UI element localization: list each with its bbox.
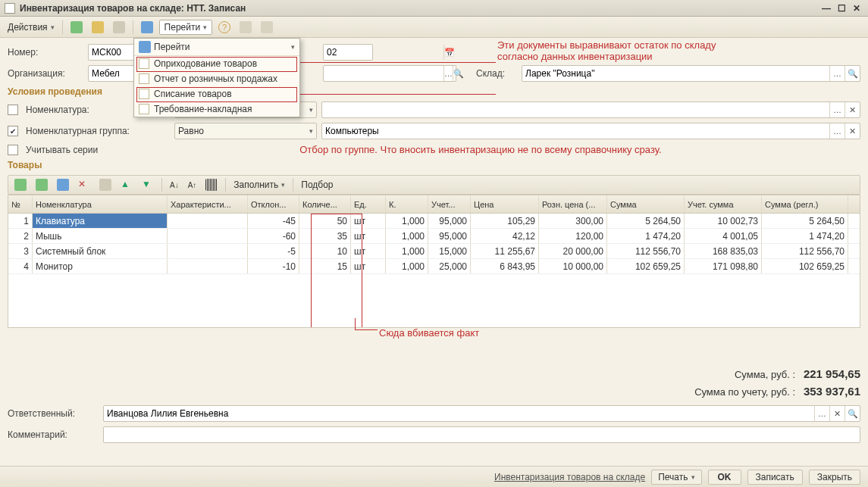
dropdown-item-trebovanie[interactable]: Требование-накладная [134, 101, 299, 117]
cell-sum: 1 474,20 [607, 229, 685, 243]
sort-desc-icon[interactable]: A↑ [185, 180, 200, 191]
series-checkbox[interactable] [8, 145, 18, 155]
goto-menu-button[interactable]: Перейти [159, 20, 213, 35]
actions-menu[interactable]: Действия [5, 20, 58, 34]
group-checkbox[interactable]: ✔ [8, 126, 18, 136]
table-row[interactable]: 4Монитор-1015шт1,00025,0006 843,9510 000… [8, 259, 860, 274]
table-row[interactable]: 3Системный блок-510шт1,00015,00011 255,6… [8, 244, 860, 259]
dropdown-item-spisanie[interactable]: Списание товаров [134, 86, 299, 101]
cell-unit: шт [351, 214, 386, 228]
cell-quantity[interactable]: 35 [299, 229, 351, 243]
dropdown-item-oprihodovanie[interactable]: Оприходование товаров [134, 56, 299, 71]
dropdown-item-otchet[interactable]: Отчет о розничных продажах [134, 71, 299, 86]
clear-icon[interactable]: ✕ [844, 123, 860, 139]
responsible-input[interactable] [104, 406, 814, 421]
cell-quantity[interactable]: 15 [299, 259, 351, 273]
col-characteristic[interactable]: Характеристи... [168, 195, 248, 213]
org-full-input[interactable] [324, 66, 443, 81]
close-button[interactable]: ✕ [850, 2, 863, 14]
col-sum[interactable]: Сумма [607, 195, 685, 213]
toolbar-struct-icon[interactable] [237, 20, 255, 35]
print-button[interactable]: Печать [651, 470, 701, 485]
cell-asum: 4 001,05 [685, 229, 762, 243]
row-add-icon[interactable] [11, 177, 30, 192]
sklad-label: Склад: [476, 68, 517, 79]
row-down-icon[interactable]: ▼ [139, 177, 157, 192]
save-button[interactable]: Записать [747, 470, 803, 485]
goto-dropdown-head[interactable]: Перейти ▾ [134, 39, 299, 56]
goods-grid: № Номенклатура Характеристи... Отклон...… [8, 195, 860, 328]
toolbar-help-icon[interactable]: ? [215, 20, 233, 35]
clear-icon[interactable]: ✕ [844, 102, 860, 117]
col-k[interactable]: К. [386, 195, 428, 213]
col-account-sum[interactable]: Учет. сумма [685, 195, 762, 213]
maximize-button[interactable]: ☐ [835, 2, 848, 14]
cell-n: 4 [8, 259, 33, 273]
search-icon[interactable]: 🔍 [844, 406, 860, 421]
col-quantity[interactable]: Количе... [299, 195, 351, 213]
cell-retail: 10 000,00 [539, 259, 607, 273]
barcode-icon[interactable] [202, 177, 221, 192]
minimize-button[interactable]: — [819, 2, 833, 14]
row-delete-icon[interactable]: ✕ [75, 177, 93, 192]
toolbar-list-icon[interactable] [258, 20, 276, 35]
toolbar-new-icon[interactable] [89, 20, 107, 35]
col-n[interactable]: № [8, 195, 33, 213]
toolbar-nav-icon[interactable] [138, 20, 156, 35]
group-label: Номенклатурная группа: [26, 126, 170, 136]
sklad-input[interactable] [522, 66, 829, 81]
ellipsis-icon[interactable]: … [829, 123, 844, 139]
select-button[interactable]: Подбор [298, 178, 336, 192]
search-icon[interactable]: 🔍 [453, 66, 464, 81]
group-value-input[interactable] [322, 123, 829, 139]
clear-icon[interactable]: ✕ [829, 406, 844, 421]
row-up-icon[interactable]: ▲ [118, 177, 136, 192]
grid-body[interactable]: 1Клавиатура-4550шт1,00095,000105,29300,0… [8, 214, 860, 327]
nomenclature-value-input[interactable] [322, 102, 829, 117]
nomenclature-checkbox[interactable] [8, 105, 18, 115]
fill-button[interactable]: Заполнить [230, 178, 288, 192]
col-unit[interactable]: Ед. [351, 195, 386, 213]
ellipsis-icon[interactable]: … [829, 102, 844, 117]
table-row[interactable]: 2Мышь-6035шт1,00095,00042,12120,001 474,… [8, 229, 860, 244]
annotation-top: Эти документы выравнивают остаток по скл… [497, 39, 716, 62]
org-input-wrap [88, 65, 136, 82]
ellipsis-icon[interactable]: … [443, 66, 453, 81]
cell-quantity[interactable]: 10 [299, 244, 351, 258]
row-edit-icon[interactable] [54, 177, 72, 192]
ok-button[interactable]: OK [708, 470, 741, 485]
search-icon[interactable]: 🔍 [844, 66, 860, 81]
toolbar-copy-icon[interactable] [110, 20, 128, 35]
ellipsis-icon[interactable]: … [814, 406, 829, 421]
cell-sum: 112 556,70 [607, 244, 685, 258]
cell-rsum: 102 659,25 [762, 259, 848, 273]
annotation-fact-text: Сюда вбивается факт [379, 327, 479, 339]
table-row[interactable]: 1Клавиатура-4550шт1,00095,000105,29300,0… [8, 214, 860, 229]
sort-asc-icon[interactable]: A↓ [167, 180, 182, 191]
responsible-label: Ответственный: [8, 408, 99, 419]
doc-icon [139, 58, 149, 69]
group-op-select[interactable]: Равно▾ [174, 123, 317, 139]
row-clone-icon[interactable] [96, 177, 114, 192]
row-insert-icon[interactable] [33, 177, 51, 192]
col-account-price[interactable]: Учет... [428, 195, 471, 213]
cell-unit: шт [351, 229, 386, 243]
col-retail-price[interactable]: Розн. цена (... [539, 195, 607, 213]
footer-doc-link[interactable]: Инвентаризация товаров на складе [494, 472, 645, 482]
org-full-wrap: … 🔍 [323, 65, 456, 82]
main-toolbar: Действия Перейти ? [0, 17, 868, 38]
cell-asum: 168 835,03 [685, 244, 762, 258]
col-nomenclature[interactable]: Номенклатура [33, 195, 168, 213]
col-deviation[interactable]: Отклон... [248, 195, 299, 213]
col-price[interactable]: Цена [471, 195, 539, 213]
date-fragment-input[interactable] [324, 45, 443, 60]
ellipsis-icon[interactable]: … [829, 66, 844, 81]
footer-close-button[interactable]: Закрыть [809, 470, 860, 485]
total-sum-value: 221 954,65 [804, 367, 860, 380]
toolbar-refresh-icon[interactable] [67, 20, 86, 35]
window-title: Инвентаризация товаров на складе: НТТ. З… [20, 3, 818, 14]
comment-input[interactable] [104, 427, 860, 442]
cell-quantity[interactable]: 50 [299, 214, 351, 228]
calendar-icon[interactable]: 📅 [443, 45, 455, 60]
col-reg-sum[interactable]: Сумма (регл.) [762, 195, 848, 213]
